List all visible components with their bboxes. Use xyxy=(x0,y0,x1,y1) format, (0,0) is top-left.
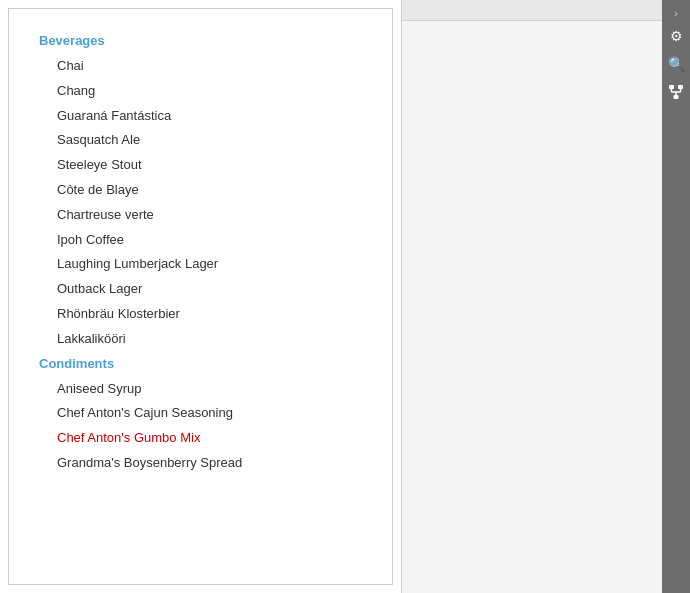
icon-sidebar: › ⚙ 🔍 xyxy=(662,0,690,593)
document-map-panel xyxy=(401,0,662,593)
list-item[interactable]: Sasquatch Ale xyxy=(39,128,372,153)
category-title: Condiments xyxy=(39,356,372,371)
main-content-panel: BeveragesChaiChangGuaraná FantásticaSasq… xyxy=(8,8,393,585)
category-title: Beverages xyxy=(39,33,372,48)
list-item[interactable]: Guaraná Fantástica xyxy=(39,104,372,129)
list-item[interactable]: Chang xyxy=(39,79,372,104)
list-item[interactable]: Chai xyxy=(39,54,372,79)
list-item[interactable]: Chartreuse verte xyxy=(39,203,372,228)
list-item[interactable]: Outback Lager xyxy=(39,277,372,302)
list-item[interactable]: Chef Anton's Gumbo Mix xyxy=(39,426,372,451)
list-item[interactable]: Laughing Lumberjack Lager xyxy=(39,252,372,277)
doc-map-tree xyxy=(402,21,662,593)
svg-rect-0 xyxy=(669,85,674,89)
svg-rect-1 xyxy=(678,85,683,89)
list-item[interactable]: Ipoh Coffee xyxy=(39,228,372,253)
svg-rect-2 xyxy=(674,95,679,99)
list-item[interactable]: Chef Anton's Cajun Seasoning xyxy=(39,401,372,426)
list-item[interactable]: Rhönbräu Klosterbier xyxy=(39,302,372,327)
list-item[interactable]: Aniseed Syrup xyxy=(39,377,372,402)
list-item[interactable]: Lakkalikööri xyxy=(39,327,372,352)
hierarchy-button[interactable] xyxy=(662,78,690,106)
search-button[interactable]: 🔍 xyxy=(662,50,690,78)
doc-map-header xyxy=(402,0,662,21)
list-item[interactable]: Steeleye Stout xyxy=(39,153,372,178)
collapse-icon[interactable]: › xyxy=(662,4,690,22)
list-item[interactable]: Côte de Blaye xyxy=(39,178,372,203)
list-item[interactable]: Grandma's Boysenberry Spread xyxy=(39,451,372,476)
gear-button[interactable]: ⚙ xyxy=(662,22,690,50)
